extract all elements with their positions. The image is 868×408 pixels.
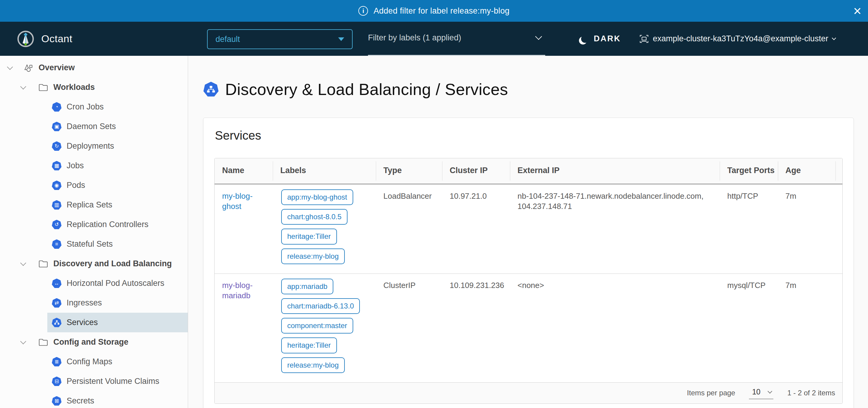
age-cell: 7m — [778, 274, 835, 382]
card-title: Services — [215, 129, 843, 142]
external-ip-cell: <none> — [510, 274, 720, 382]
chevron-down-icon — [768, 389, 772, 394]
label-filter-text: Filter by labels (1 applied) — [368, 33, 461, 42]
sidebar-item-discovery-and-load-balancing[interactable]: Discovery and Load Balancing — [0, 254, 188, 273]
service-icon — [204, 82, 218, 97]
label-pill[interactable]: heritage:Tiller — [281, 338, 337, 353]
labels-cell: app:mariadbchart:mariadb-6.13.0component… — [273, 274, 376, 382]
cluster-name: example-cluster-ka3TuTzYo4a@example-clus… — [653, 34, 828, 43]
sidebar-item-cron-jobs[interactable]: ◔Cron Jobs — [47, 97, 188, 117]
chevron-down-icon — [832, 36, 836, 40]
column-header-type: Type — [376, 158, 442, 184]
chevron-down-icon[interactable] — [20, 338, 26, 344]
items-per-page-select[interactable]: 10 — [749, 387, 773, 399]
column-header-cluster-ip: Cluster IP — [442, 158, 510, 184]
chevron-down-icon[interactable] — [20, 260, 26, 266]
theme-toggle-label: DARK — [594, 34, 621, 43]
folder-icon — [38, 338, 48, 346]
service-name-link[interactable]: my-blog-mariadb — [222, 281, 253, 300]
label-pill[interactable]: chart:mariadb-6.13.0 — [281, 298, 360, 314]
spacer-cell — [835, 274, 843, 382]
cron-jobs-icon: ◔ — [52, 102, 61, 112]
sidebar-item-label: Replication Controllers — [67, 220, 149, 229]
sidebar-item-label: Pods — [67, 181, 85, 190]
chevron-down-icon[interactable] — [7, 64, 13, 70]
folder-icon — [38, 83, 48, 91]
label-filter-dropdown[interactable]: Filter by labels (1 applied) — [368, 22, 545, 56]
table-header-row: NameLabelsTypeCluster IPExternal IPTarge… — [215, 158, 842, 184]
sidebar-item-label: Horizontal Pod Autoscalers — [67, 279, 164, 288]
sidebar-item-jobs[interactable]: ▦Jobs — [47, 156, 188, 175]
namespace-select[interactable]: default — [207, 29, 352, 49]
label-pill[interactable]: heritage:Tiller — [281, 229, 337, 244]
sidebar-item-daemon-sets[interactable]: ▣Daemon Sets — [47, 117, 188, 136]
sidebar-item-persistent-volume-claims[interactable]: ⊟Persistent Volume Claims — [47, 372, 188, 391]
cluster-selector[interactable]: example-cluster-ka3TuTzYo4a@example-clus… — [640, 22, 835, 56]
sidebar-item-pods[interactable]: ◉Pods — [47, 175, 188, 195]
labels-cell: app:my-blog-ghostchart:ghost-8.0.5herita… — [273, 184, 376, 273]
sidebar-item-ingresses[interactable]: ⇄Ingresses — [47, 293, 188, 313]
sidebar-item-label: Stateful Sets — [67, 239, 113, 249]
services-table: NameLabelsTypeCluster IPExternal IPTarge… — [214, 158, 843, 404]
config-maps-icon: ≣ — [52, 357, 61, 367]
service-name-link[interactable]: my-blog-ghost — [222, 192, 253, 211]
label-pill[interactable]: release:my-blog — [281, 249, 345, 264]
brand: Octant — [17, 30, 72, 47]
sidebar-item-label: Overview — [38, 63, 75, 72]
sidebar-item-services[interactable]: Services — [47, 313, 188, 332]
column-header-target-ports: Target Ports — [720, 158, 778, 184]
sidebar-item-label: Secrets — [67, 396, 94, 406]
table-row-my-blog-mariadb: my-blog-mariadbapp:mariadbchart:mariadb-… — [215, 273, 842, 382]
sidebar-item-label: Jobs — [67, 161, 84, 170]
octant-app-window: i Added filter for label release:my-blog… — [0, 0, 868, 408]
chevron-down-icon[interactable] — [20, 84, 26, 90]
sidebar-item-label: Ingresses — [67, 298, 102, 308]
sidebar-item-label: Persistent Volume Claims — [67, 377, 159, 386]
sidebar-item-label: Workloads — [53, 83, 95, 92]
sidebar-item-deployments[interactable]: ↻Deployments — [47, 136, 188, 156]
label-pill[interactable]: app:my-blog-ghost — [281, 190, 353, 205]
label-pill[interactable]: component:master — [281, 318, 353, 333]
main-content: Discovery & Load Balancing / Services Se… — [188, 56, 868, 408]
sidebar-item-stateful-sets[interactable]: ≡Stateful Sets — [47, 234, 188, 254]
app-header: Octant default Filter by labels (1 appli… — [0, 22, 868, 56]
column-header-labels: Labels — [273, 158, 376, 184]
sidebar-item-secrets[interactable]: ⊠Secrets — [47, 391, 188, 408]
page-title-row: Discovery & Load Balancing / Services — [204, 80, 508, 98]
sidebar-item-label: Cron Jobs — [67, 102, 104, 112]
label-pill[interactable]: chart:ghost-8.0.5 — [281, 209, 347, 225]
sidebar-item-label: Discovery and Load Balancing — [53, 259, 172, 268]
sidebar-item-overview[interactable]: Overview — [0, 58, 188, 78]
sidebar-item-config-and-storage[interactable]: Config and Storage — [0, 332, 188, 352]
theme-toggle-button[interactable]: DARK — [581, 22, 621, 56]
pods-icon: ◉ — [52, 181, 61, 190]
label-pill[interactable]: app:mariadb — [281, 279, 333, 294]
label-pill[interactable]: release:my-blog — [281, 357, 345, 373]
ingresses-icon: ⇄ — [52, 298, 61, 308]
items-per-page-value: 10 — [752, 387, 761, 396]
cluster-icon — [640, 34, 649, 43]
table-footer: Items per page 10 1 - 2 of 2 items — [215, 382, 842, 404]
daemon-sets-icon: ▣ — [52, 122, 61, 132]
column-header-name: Name — [215, 158, 273, 184]
sidebar-item-horizontal-pod-autoscalers[interactable]: ↔Horizontal Pod Autoscalers — [47, 273, 188, 293]
column-header-external-ip: External IP — [510, 158, 720, 184]
close-icon[interactable]: × — [853, 4, 861, 18]
table-row-my-blog-ghost: my-blog-ghostapp:my-blog-ghostchart:ghos… — [215, 184, 842, 273]
moon-icon — [581, 34, 590, 43]
services-icon — [52, 318, 61, 327]
type-cell: ClusterIP — [376, 274, 442, 382]
info-icon: i — [358, 6, 368, 16]
caret-down-icon — [338, 37, 344, 41]
sidebar-item-config-maps[interactable]: ≣Config Maps — [47, 352, 188, 372]
sidebar-item-replica-sets[interactable]: ▥Replica Sets — [47, 195, 188, 215]
pagination-range: 1 - 2 of 2 items — [787, 389, 835, 397]
secrets-icon: ⊠ — [52, 396, 61, 406]
table-body: my-blog-ghostapp:my-blog-ghostchart:ghos… — [215, 184, 842, 382]
octant-logo — [17, 30, 34, 47]
age-cell: 7m — [778, 184, 835, 273]
sidebar-nav: OverviewWorkloads◔Cron Jobs▣Daemon Sets↻… — [0, 56, 188, 408]
sidebar-item-workloads[interactable]: Workloads — [0, 78, 188, 97]
sidebar-item-replication-controllers[interactable]: ↺Replication Controllers — [47, 215, 188, 234]
stateful-sets-icon: ≡ — [52, 239, 61, 249]
